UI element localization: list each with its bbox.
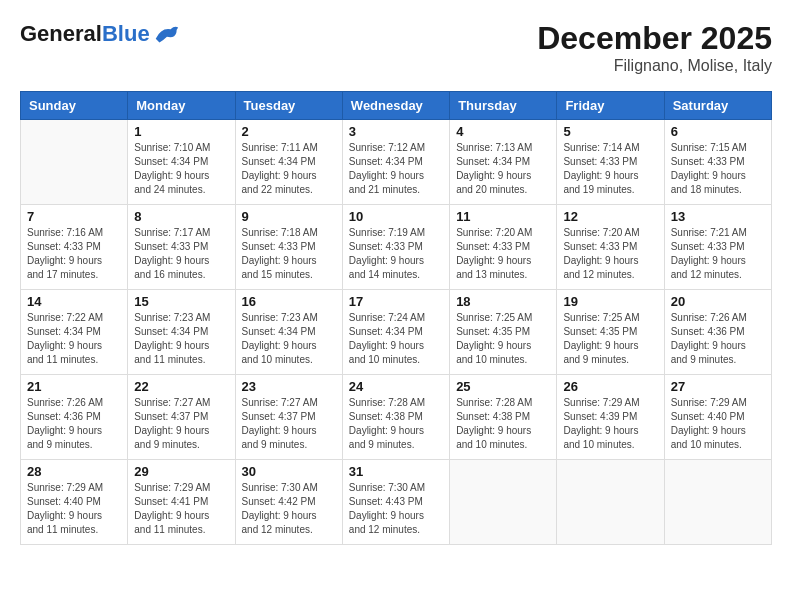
logo-bird-icon bbox=[152, 20, 180, 48]
day-info: Sunrise: 7:29 AM Sunset: 4:41 PM Dayligh… bbox=[134, 481, 228, 537]
day-info: Sunrise: 7:15 AM Sunset: 4:33 PM Dayligh… bbox=[671, 141, 765, 197]
calendar-cell: 9Sunrise: 7:18 AM Sunset: 4:33 PM Daylig… bbox=[235, 205, 342, 290]
day-info: Sunrise: 7:29 AM Sunset: 4:39 PM Dayligh… bbox=[563, 396, 657, 452]
day-info: Sunrise: 7:14 AM Sunset: 4:33 PM Dayligh… bbox=[563, 141, 657, 197]
day-number: 27 bbox=[671, 379, 765, 394]
calendar-cell: 28Sunrise: 7:29 AM Sunset: 4:40 PM Dayli… bbox=[21, 460, 128, 545]
week-row-1: 1Sunrise: 7:10 AM Sunset: 4:34 PM Daylig… bbox=[21, 120, 772, 205]
week-row-3: 14Sunrise: 7:22 AM Sunset: 4:34 PM Dayli… bbox=[21, 290, 772, 375]
title-block: December 2025 Filignano, Molise, Italy bbox=[537, 20, 772, 75]
day-info: Sunrise: 7:19 AM Sunset: 4:33 PM Dayligh… bbox=[349, 226, 443, 282]
column-header-sunday: Sunday bbox=[21, 92, 128, 120]
calendar-cell: 18Sunrise: 7:25 AM Sunset: 4:35 PM Dayli… bbox=[450, 290, 557, 375]
day-number: 4 bbox=[456, 124, 550, 139]
day-info: Sunrise: 7:24 AM Sunset: 4:34 PM Dayligh… bbox=[349, 311, 443, 367]
day-info: Sunrise: 7:22 AM Sunset: 4:34 PM Dayligh… bbox=[27, 311, 121, 367]
day-number: 15 bbox=[134, 294, 228, 309]
logo: GeneralBlue bbox=[20, 20, 180, 48]
calendar-cell: 30Sunrise: 7:30 AM Sunset: 4:42 PM Dayli… bbox=[235, 460, 342, 545]
day-number: 22 bbox=[134, 379, 228, 394]
day-number: 6 bbox=[671, 124, 765, 139]
calendar-cell: 19Sunrise: 7:25 AM Sunset: 4:35 PM Dayli… bbox=[557, 290, 664, 375]
calendar-cell: 2Sunrise: 7:11 AM Sunset: 4:34 PM Daylig… bbox=[235, 120, 342, 205]
day-info: Sunrise: 7:20 AM Sunset: 4:33 PM Dayligh… bbox=[563, 226, 657, 282]
day-info: Sunrise: 7:21 AM Sunset: 4:33 PM Dayligh… bbox=[671, 226, 765, 282]
day-number: 8 bbox=[134, 209, 228, 224]
calendar-cell: 12Sunrise: 7:20 AM Sunset: 4:33 PM Dayli… bbox=[557, 205, 664, 290]
calendar-cell: 14Sunrise: 7:22 AM Sunset: 4:34 PM Dayli… bbox=[21, 290, 128, 375]
week-row-4: 21Sunrise: 7:26 AM Sunset: 4:36 PM Dayli… bbox=[21, 375, 772, 460]
calendar-cell: 20Sunrise: 7:26 AM Sunset: 4:36 PM Dayli… bbox=[664, 290, 771, 375]
calendar-cell: 10Sunrise: 7:19 AM Sunset: 4:33 PM Dayli… bbox=[342, 205, 449, 290]
day-info: Sunrise: 7:23 AM Sunset: 4:34 PM Dayligh… bbox=[242, 311, 336, 367]
calendar-cell: 5Sunrise: 7:14 AM Sunset: 4:33 PM Daylig… bbox=[557, 120, 664, 205]
day-info: Sunrise: 7:28 AM Sunset: 4:38 PM Dayligh… bbox=[349, 396, 443, 452]
day-info: Sunrise: 7:26 AM Sunset: 4:36 PM Dayligh… bbox=[27, 396, 121, 452]
day-number: 13 bbox=[671, 209, 765, 224]
day-number: 24 bbox=[349, 379, 443, 394]
calendar-header-row: SundayMondayTuesdayWednesdayThursdayFrid… bbox=[21, 92, 772, 120]
day-number: 26 bbox=[563, 379, 657, 394]
calendar-cell: 16Sunrise: 7:23 AM Sunset: 4:34 PM Dayli… bbox=[235, 290, 342, 375]
calendar-cell: 7Sunrise: 7:16 AM Sunset: 4:33 PM Daylig… bbox=[21, 205, 128, 290]
day-info: Sunrise: 7:12 AM Sunset: 4:34 PM Dayligh… bbox=[349, 141, 443, 197]
column-header-friday: Friday bbox=[557, 92, 664, 120]
day-info: Sunrise: 7:11 AM Sunset: 4:34 PM Dayligh… bbox=[242, 141, 336, 197]
column-header-saturday: Saturday bbox=[664, 92, 771, 120]
day-number: 3 bbox=[349, 124, 443, 139]
calendar-cell bbox=[664, 460, 771, 545]
day-info: Sunrise: 7:23 AM Sunset: 4:34 PM Dayligh… bbox=[134, 311, 228, 367]
calendar-cell: 4Sunrise: 7:13 AM Sunset: 4:34 PM Daylig… bbox=[450, 120, 557, 205]
day-number: 14 bbox=[27, 294, 121, 309]
calendar-cell: 11Sunrise: 7:20 AM Sunset: 4:33 PM Dayli… bbox=[450, 205, 557, 290]
day-info: Sunrise: 7:25 AM Sunset: 4:35 PM Dayligh… bbox=[563, 311, 657, 367]
day-info: Sunrise: 7:27 AM Sunset: 4:37 PM Dayligh… bbox=[134, 396, 228, 452]
day-number: 10 bbox=[349, 209, 443, 224]
day-number: 9 bbox=[242, 209, 336, 224]
calendar-cell bbox=[21, 120, 128, 205]
calendar-cell: 15Sunrise: 7:23 AM Sunset: 4:34 PM Dayli… bbox=[128, 290, 235, 375]
column-header-thursday: Thursday bbox=[450, 92, 557, 120]
day-info: Sunrise: 7:25 AM Sunset: 4:35 PM Dayligh… bbox=[456, 311, 550, 367]
column-header-tuesday: Tuesday bbox=[235, 92, 342, 120]
day-info: Sunrise: 7:30 AM Sunset: 4:43 PM Dayligh… bbox=[349, 481, 443, 537]
day-number: 18 bbox=[456, 294, 550, 309]
calendar-cell: 25Sunrise: 7:28 AM Sunset: 4:38 PM Dayli… bbox=[450, 375, 557, 460]
day-number: 28 bbox=[27, 464, 121, 479]
calendar-cell: 22Sunrise: 7:27 AM Sunset: 4:37 PM Dayli… bbox=[128, 375, 235, 460]
day-info: Sunrise: 7:17 AM Sunset: 4:33 PM Dayligh… bbox=[134, 226, 228, 282]
month-title: December 2025 bbox=[537, 20, 772, 57]
week-row-2: 7Sunrise: 7:16 AM Sunset: 4:33 PM Daylig… bbox=[21, 205, 772, 290]
calendar-table: SundayMondayTuesdayWednesdayThursdayFrid… bbox=[20, 91, 772, 545]
day-info: Sunrise: 7:29 AM Sunset: 4:40 PM Dayligh… bbox=[671, 396, 765, 452]
calendar-cell: 17Sunrise: 7:24 AM Sunset: 4:34 PM Dayli… bbox=[342, 290, 449, 375]
day-number: 20 bbox=[671, 294, 765, 309]
calendar-cell: 8Sunrise: 7:17 AM Sunset: 4:33 PM Daylig… bbox=[128, 205, 235, 290]
calendar-cell: 29Sunrise: 7:29 AM Sunset: 4:41 PM Dayli… bbox=[128, 460, 235, 545]
day-number: 23 bbox=[242, 379, 336, 394]
calendar-cell: 1Sunrise: 7:10 AM Sunset: 4:34 PM Daylig… bbox=[128, 120, 235, 205]
day-number: 19 bbox=[563, 294, 657, 309]
calendar-cell: 24Sunrise: 7:28 AM Sunset: 4:38 PM Dayli… bbox=[342, 375, 449, 460]
day-info: Sunrise: 7:16 AM Sunset: 4:33 PM Dayligh… bbox=[27, 226, 121, 282]
day-info: Sunrise: 7:26 AM Sunset: 4:36 PM Dayligh… bbox=[671, 311, 765, 367]
calendar-cell: 13Sunrise: 7:21 AM Sunset: 4:33 PM Dayli… bbox=[664, 205, 771, 290]
calendar-cell: 31Sunrise: 7:30 AM Sunset: 4:43 PM Dayli… bbox=[342, 460, 449, 545]
day-info: Sunrise: 7:29 AM Sunset: 4:40 PM Dayligh… bbox=[27, 481, 121, 537]
calendar-cell: 27Sunrise: 7:29 AM Sunset: 4:40 PM Dayli… bbox=[664, 375, 771, 460]
day-info: Sunrise: 7:27 AM Sunset: 4:37 PM Dayligh… bbox=[242, 396, 336, 452]
day-number: 17 bbox=[349, 294, 443, 309]
week-row-5: 28Sunrise: 7:29 AM Sunset: 4:40 PM Dayli… bbox=[21, 460, 772, 545]
day-number: 2 bbox=[242, 124, 336, 139]
day-number: 31 bbox=[349, 464, 443, 479]
page-header: GeneralBlue December 2025 Filignano, Mol… bbox=[20, 20, 772, 75]
day-number: 29 bbox=[134, 464, 228, 479]
day-number: 16 bbox=[242, 294, 336, 309]
column-header-wednesday: Wednesday bbox=[342, 92, 449, 120]
calendar-cell: 21Sunrise: 7:26 AM Sunset: 4:36 PM Dayli… bbox=[21, 375, 128, 460]
day-info: Sunrise: 7:20 AM Sunset: 4:33 PM Dayligh… bbox=[456, 226, 550, 282]
day-number: 25 bbox=[456, 379, 550, 394]
calendar-cell bbox=[557, 460, 664, 545]
calendar-cell: 23Sunrise: 7:27 AM Sunset: 4:37 PM Dayli… bbox=[235, 375, 342, 460]
day-number: 12 bbox=[563, 209, 657, 224]
